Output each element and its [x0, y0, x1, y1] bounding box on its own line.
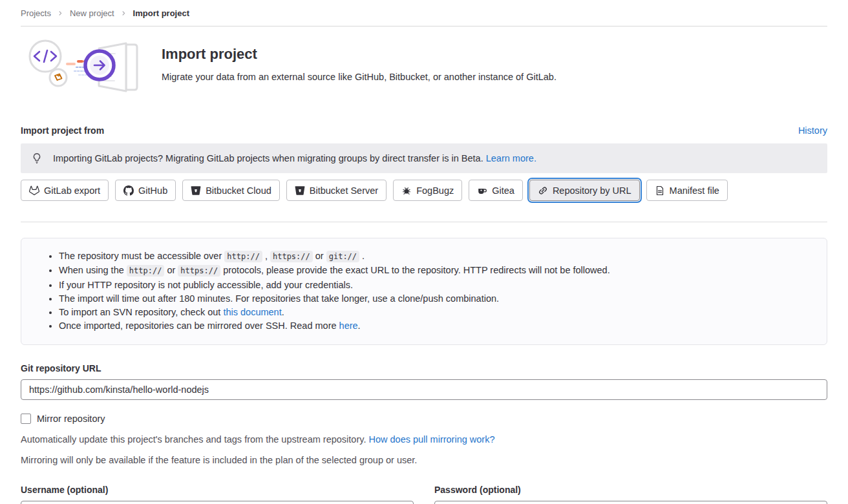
bug-icon [401, 185, 412, 196]
note-link[interactable]: this document [223, 307, 281, 317]
note-item: When using the http:// or https:// proto… [59, 264, 816, 278]
source-button-label: Manifest file [670, 185, 719, 196]
repository-notes-list: The repository must be accessible over h… [32, 249, 816, 333]
source-button-gitea[interactable]: Gitea [469, 180, 523, 201]
git-repository-url-input[interactable] [21, 379, 827, 400]
breadcrumb-item-import-project: Import project [133, 8, 189, 18]
source-button-gitlab-export[interactable]: GitLab export [21, 180, 109, 201]
note-text: protocols, please provide the exact URL … [220, 265, 610, 275]
source-button-repository-by-url[interactable]: Repository by URL [529, 180, 640, 201]
banner-text: Importing GitLab projects? Migrating Git… [53, 153, 536, 163]
page-header: Import project Migrate your data from an… [21, 38, 827, 98]
mirror-help-text: Automatically update this project's bran… [21, 434, 827, 445]
note-text: When using the [59, 265, 127, 275]
note-text: . [282, 307, 284, 317]
protocol-code-chip: git:// [326, 251, 359, 262]
source-button-bitbucket-server[interactable]: Bitbucket Server [286, 180, 387, 201]
source-button-label: Bitbucket Server [310, 185, 378, 196]
source-button-label: GitLab export [44, 185, 100, 196]
note-text: or [164, 265, 178, 275]
section-divider [21, 222, 827, 222]
note-text: . [359, 251, 365, 261]
source-button-github[interactable]: GitHub [115, 180, 176, 201]
mirror-repository-checkbox[interactable] [21, 414, 31, 424]
page-title: Import project [162, 46, 556, 63]
beta-banner: Importing GitLab projects? Migrating Git… [21, 143, 827, 173]
bitbucket-icon [295, 185, 305, 196]
source-button-label: GitHub [138, 185, 167, 196]
bitbucket-icon [191, 185, 201, 196]
learn-more-link[interactable]: Learn more. [486, 153, 536, 163]
breadcrumb-item-projects[interactable]: Projects [21, 8, 51, 18]
breadcrumb-item-new-project[interactable]: New project [70, 8, 114, 18]
github-icon [123, 185, 134, 196]
chevron-right-icon [58, 10, 63, 16]
note-text: To import an SVN repository, check out [59, 307, 223, 317]
teacup-icon [477, 185, 487, 196]
note-text: , [262, 251, 270, 261]
note-text: Once imported, repositories can be mirro… [59, 320, 339, 331]
chevron-right-icon [121, 10, 127, 16]
import-illustration [21, 38, 143, 98]
note-link[interactable]: here [339, 320, 358, 331]
source-button-label: Repository by URL [553, 185, 631, 196]
note-item: If your HTTP repository is not publicly … [59, 278, 816, 292]
note-item: The repository must be accessible over h… [59, 249, 816, 264]
document-icon [655, 185, 665, 196]
note-item: The import will time out after 180 minut… [59, 292, 816, 306]
note-text: The import will time out after 180 minut… [59, 293, 499, 304]
password-input[interactable] [434, 501, 827, 504]
note-item: Once imported, repositories can be mirro… [59, 319, 816, 333]
history-link[interactable]: History [798, 125, 827, 136]
protocol-code-chip: https:// [270, 251, 313, 262]
page-description: Migrate your data from an external sourc… [162, 72, 556, 82]
note-text: or [313, 251, 326, 261]
source-button-fogbugz[interactable]: FogBugz [393, 180, 462, 201]
note-item: To import an SVN repository, check out t… [59, 306, 816, 319]
username-label: Username (optional) [21, 485, 414, 495]
git-repository-url-label: Git repository URL [21, 363, 827, 373]
repository-notes-box: The repository must be accessible over h… [21, 238, 827, 345]
import-source-buttons: GitLab exportGitHubBitbucket CloudBitbuc… [21, 180, 827, 201]
source-button-bitbucket-cloud[interactable]: Bitbucket Cloud [182, 180, 280, 201]
mirror-plan-note: Mirroring will only be available if the … [21, 455, 827, 465]
protocol-code-chip: https:// [178, 265, 220, 277]
note-text: The repository must be accessible over [59, 251, 224, 261]
mirror-repository-label[interactable]: Mirror repository [37, 414, 105, 424]
source-button-label: FogBugz [416, 185, 454, 196]
gitlab-tanuki-icon [29, 185, 39, 196]
link-icon [538, 185, 548, 196]
note-text: . [358, 320, 361, 331]
protocol-code-chip: http:// [224, 251, 262, 262]
source-button-label: Bitbucket Cloud [206, 185, 271, 196]
password-label: Password (optional) [434, 485, 827, 495]
pull-mirroring-link[interactable]: How does pull mirroring work? [368, 434, 494, 445]
import-from-label: Import project from [21, 125, 104, 136]
source-button-manifest-file[interactable]: Manifest file [646, 180, 728, 201]
protocol-code-chip: http:// [127, 265, 165, 277]
source-button-label: Gitea [492, 185, 514, 196]
lightbulb-icon [31, 152, 43, 164]
note-text: If your HTTP repository is not publicly … [59, 280, 353, 290]
breadcrumb: Projects New project Import project [21, 0, 827, 26]
username-input[interactable] [21, 501, 414, 504]
